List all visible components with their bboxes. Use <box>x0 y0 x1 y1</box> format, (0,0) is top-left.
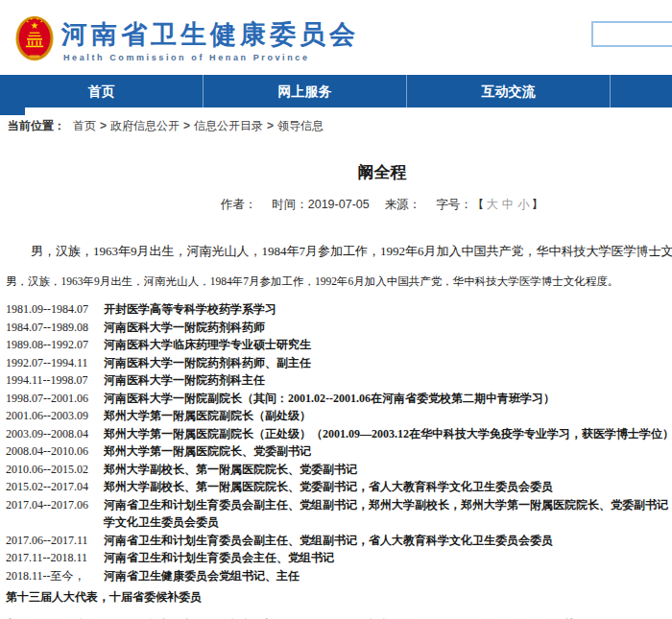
timeline-date: 2018.11--至今， <box>6 567 104 585</box>
timeline-description: 郑州大学第一附属医院副院长（正处级）（2001.09—2003.12在华中科技大… <box>104 425 672 443</box>
search-input[interactable] <box>591 21 672 47</box>
timeline-date: 2017.11--2018.11 <box>6 549 104 567</box>
timeline-description: 郑州大学第一附属医院副院长（副处级） <box>104 407 672 425</box>
timeline-date: 2010.06--2015.02 <box>6 461 104 479</box>
fontsize-bracket-open: 【 <box>472 198 485 211</box>
timeline-row: 1998.07--2001.06 河南医科大学一附院副院长（其间：2001.02… <box>6 390 672 408</box>
representative-note: 第十三届人大代表，十届省委候补委员 <box>6 590 672 604</box>
fontsize-bracket-close: 】 <box>532 198 544 211</box>
timeline-description: 河南医科大学一附院药剂科药师 <box>104 319 672 337</box>
nav-item[interactable]: 首页 <box>0 75 204 107</box>
timeline-date: 1989.08--1992.07 <box>6 336 104 354</box>
timeline-row: 2017.06--2017.11 河南省卫生和计划生育委员会副主任、党组副书记，… <box>6 532 672 550</box>
site-title: 河南省卫生健康委员会 <box>61 17 359 52</box>
timeline-date: 1992.07--1994.11 <box>6 354 104 372</box>
national-emblem-logo <box>15 14 54 62</box>
timeline-row: 2003.09--2008.04 郑州大学第一附属医院副院长（正处级）（2001… <box>6 425 672 443</box>
intro-paragraph-small: 男，汉族，1963年9月出生，河南光山人，1984年7月参加工作，1992年6月… <box>6 274 672 290</box>
timeline-row: 1989.08--1992.07 河南医科大学临床药理学专业硕士研究生 <box>6 336 672 354</box>
fontsize-medium-button[interactable]: 中 <box>502 198 515 211</box>
timeline-row: 2017.04--2017.06 河南省卫生和计划生育委员会副主任、党组副书记，… <box>6 496 672 532</box>
timeline-row: 1994.11--1998.07 河南医科大学一附院药剂科主任 <box>6 371 672 390</box>
breadcrumb-link[interactable]: 信息公开目录 <box>194 119 263 132</box>
page-title: 阚全程 <box>6 161 672 183</box>
nav-item[interactable] <box>611 75 672 107</box>
timeline-date: 2017.06--2017.11 <box>6 532 104 550</box>
fontsize-small-button[interactable]: 小 <box>517 198 530 211</box>
timeline-row: 1984.07--1989.08 河南医科大学一附院药剂科药师 <box>6 319 672 337</box>
nav-left-accent <box>0 107 25 115</box>
career-timeline: 1981.09--1984.07 开封医学高等专科学校药学系学习 1984.07… <box>6 300 672 584</box>
timeline-description: 河南省卫生和计划生育委员会副主任、党组副书记，省人大教育科学文化卫生委员会委员 <box>104 532 672 550</box>
timeline-date: 1998.07--2001.06 <box>6 390 104 408</box>
timeline-row: 2008.04--2010.06 郑州大学第一附属医院院长、党委副书记 <box>6 442 672 461</box>
timeline-row: 2018.11--至今， 河南省卫生健康委员会党组书记、主任 <box>6 567 672 585</box>
nav-item-label: 互动交流 <box>482 83 536 99</box>
nav-item[interactable]: 互动交流 <box>407 75 611 107</box>
timeline-date: 2015.02--2017.04 <box>6 478 104 496</box>
breadcrumb-separator: > <box>100 119 107 132</box>
timeline-description: 郑州大学副校长、第一附属医院院长、党委副书记，省人大教育科学文化卫生委员会委员 <box>104 478 672 496</box>
site-subtitle: Health Commission of Henan Province <box>63 53 310 62</box>
intro-paragraph-large: 男，汉族，1963年9月出生，河南光山人，1984年7月参加工作，1992年6月… <box>6 242 672 261</box>
breadcrumb-link[interactable]: 领导信息 <box>277 119 324 132</box>
timeline-date: 1984.07--1989.08 <box>6 319 104 337</box>
timeline-date: 2001.06--2003.09 <box>6 407 104 425</box>
breadcrumb-link[interactable]: 政府信息公开 <box>110 119 180 132</box>
meta-source: 来源： <box>385 197 421 213</box>
nav-item-label: 网上服务 <box>278 83 332 99</box>
breadcrumb-separator: > <box>183 119 190 132</box>
timeline-description: 郑州大学副校长、第一附属医院院长、党委副书记 <box>104 461 672 479</box>
timeline-description: 河南医科大学一附院药剂科主任 <box>104 371 672 390</box>
timeline-description: 河南省卫生健康委员会党组书记、主任 <box>104 567 672 585</box>
breadcrumb: 当前位置：首页>政府信息公开>信息公开目录>领导信息 <box>0 107 672 142</box>
meta-time: 时间：2019-07-05 <box>272 197 369 213</box>
meta-fontsize: 字号：【大中小】 <box>436 197 543 213</box>
breadcrumb-link[interactable]: 首页 <box>73 119 96 132</box>
timeline-row: 2017.11--2018.11 河南省卫生和计划生育委员会主任、党组书记 <box>6 549 672 567</box>
timeline-row: 2001.06--2003.09 郑州大学第一附属医院副院长（副处级） <box>6 407 672 425</box>
nav-item-label: 首页 <box>88 83 115 99</box>
timeline-row: 1992.07--1994.11 河南医科大学一附院药剂科药师、副主任 <box>6 354 672 372</box>
timeline-description: 河南省卫生和计划生育委员会主任、党组书记 <box>104 549 672 567</box>
timeline-description: 河南医科大学一附院副院长（其间：2001.02--2001.06在河南省委党校第… <box>104 390 672 408</box>
timeline-date: 2008.04--2010.06 <box>6 442 104 461</box>
timeline-date: 2017.04--2017.06 <box>6 496 104 532</box>
timeline-row: 2010.06--2015.02 郑州大学副校长、第一附属医院院长、党委副书记 <box>6 461 672 479</box>
breadcrumb-label: 当前位置： <box>8 119 65 132</box>
timeline-description: 开封医学高等专科学校药学系学习 <box>104 300 672 319</box>
timeline-date: 2003.09--2008.04 <box>6 425 104 443</box>
meta-fontsize-label: 字号： <box>436 198 472 211</box>
fontsize-large-button[interactable]: 大 <box>486 198 498 211</box>
main-nav: 首页 网上服务 互动交流 <box>0 75 672 107</box>
nav-item[interactable]: 网上服务 <box>204 75 407 107</box>
meta-author: 作者： <box>221 197 257 213</box>
timeline-description: 郑州大学第一附属医院院长、党委副书记 <box>104 442 672 461</box>
article-meta: 作者： 时间：2019-07-05 来源： 字号：【大中小】 <box>6 197 672 213</box>
site-header: 河南省卫生健康委员会 Health Commission of Henan Pr… <box>0 0 672 75</box>
article: 阚全程 作者： 时间：2019-07-05 来源： 字号：【大中小】 男，汉族，… <box>0 161 672 619</box>
breadcrumb-separator: > <box>267 119 274 132</box>
timeline-date: 1994.11--1998.07 <box>6 371 104 390</box>
timeline-date: 1981.09--1984.07 <box>6 300 104 319</box>
timeline-description: 河南医科大学临床药理学专业硕士研究生 <box>104 336 672 354</box>
timeline-row: 2015.02--2017.04 郑州大学副校长、第一附属医院院长、党委副书记，… <box>6 478 672 496</box>
timeline-description: 河南省卫生和计划生育委员会副主任、党组副书记，郑州大学副校长，郑州大学第一附属医… <box>104 496 672 532</box>
timeline-description: 河南医科大学一附院药剂科药师、副主任 <box>104 354 672 372</box>
timeline-row: 1981.09--1984.07 开封医学高等专科学校药学系学习 <box>6 300 672 319</box>
